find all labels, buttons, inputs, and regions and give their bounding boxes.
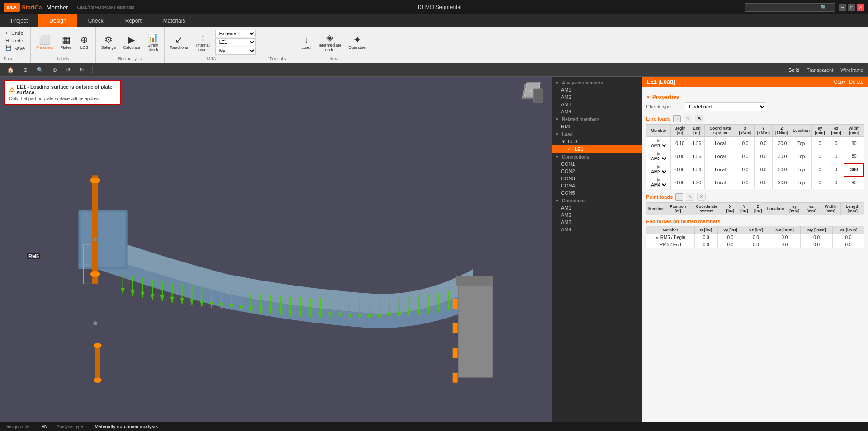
th-ef-mz: Mz [kNm]	[833, 226, 864, 234]
undo-button[interactable]: ↩ Undo	[4, 29, 27, 37]
zoom-fit-button[interactable]: ⊞	[20, 66, 30, 74]
new-row: ↓ Load ◈ Intermediatenode ✦ Operation	[298, 29, 369, 56]
search-input[interactable]	[748, 5, 821, 10]
line-load-row-3[interactable]: ▶ AM4 0.00 1.30 Local 0.0 0.0 -30.0 Top …	[646, 176, 864, 189]
app-name: StatiCa	[22, 4, 42, 11]
le1-select[interactable]: LE1	[215, 38, 256, 46]
rotate-left-button[interactable]: ↺	[63, 66, 73, 74]
analysis-type-value: Materially non-linear analysis	[95, 424, 158, 429]
extreme-select[interactable]: Extreme	[215, 30, 256, 37]
reactions-button[interactable]: ↙ Reactions	[167, 33, 191, 52]
solid-view-label[interactable]: Solid	[788, 67, 799, 73]
zoom-in-button[interactable]: 🔍	[34, 66, 46, 74]
th-coord: Coordinate system	[704, 125, 736, 137]
ll-member-select-0[interactable]: AM1	[649, 143, 668, 149]
ll-member-select-2[interactable]: AM3	[649, 169, 668, 175]
tree-analyzed-members[interactable]: ▼ Analyzed members	[552, 79, 642, 86]
3d-model	[0, 77, 552, 422]
internal-forces-button[interactable]: ↕ Internalforces	[193, 31, 212, 54]
tree-uls[interactable]: ▼ ULS	[552, 138, 642, 145]
end-force-row-1[interactable]: RM5 / End 0.0 0.0 0.0 0.0 0.0 0.0	[646, 241, 864, 248]
viewport[interactable]: ⚠ LE1 - Loading surface is outside of pl…	[0, 77, 552, 422]
line-loads-delete-button[interactable]: ✕	[695, 115, 703, 122]
delete-button[interactable]: Delete	[849, 79, 863, 84]
copy-button[interactable]: Copy	[834, 79, 846, 84]
tree-connections[interactable]: ▼ Connections	[552, 153, 642, 160]
tree-con4[interactable]: CON4	[552, 182, 642, 189]
ll-member-3: ▶ AM4	[646, 176, 671, 189]
tree-related-members[interactable]: ▼ Related members	[552, 115, 642, 123]
zoom-out-button[interactable]: ⊕	[50, 66, 60, 74]
th-ef-member: Member	[646, 226, 695, 234]
tree-ops-am4[interactable]: AM4	[552, 226, 642, 233]
wireframe-view-label[interactable]: Wireframe	[840, 67, 863, 73]
th-ey: ey [mm]	[812, 125, 828, 137]
tree-am3[interactable]: AM3	[552, 101, 642, 108]
settings-icon: ⚙	[104, 35, 113, 44]
line-loads-table: Member Begin [m] End [m] Coordinate syst…	[646, 124, 864, 189]
tab-materials[interactable]: Materials	[152, 14, 196, 27]
ll-member-select-3[interactable]: AM4	[649, 182, 668, 188]
load-button[interactable]: ↓ Load	[298, 33, 314, 52]
data-group: ↩ Undo ↪ Redo 💾 Save Data	[0, 27, 31, 63]
tree-con1[interactable]: CON1	[552, 160, 642, 168]
rotate-right-button[interactable]: ↻	[77, 66, 87, 74]
settings-button[interactable]: ⚙ Settings	[99, 33, 119, 52]
lcs-button[interactable]: ⊕ LCS	[76, 33, 93, 52]
operation-button[interactable]: ✦ Operation	[346, 33, 369, 52]
members-button[interactable]: ⬜ Members	[33, 33, 56, 52]
tab-design[interactable]: Design	[38, 14, 77, 27]
transparent-view-label[interactable]: Transparent	[807, 67, 833, 73]
line-loads-edit-button[interactable]: ✎	[684, 115, 692, 122]
tree-con2[interactable]: CON2	[552, 168, 642, 175]
point-loads-add-button[interactable]: +	[675, 193, 683, 201]
check-type-select[interactable]: Undefined	[685, 102, 766, 111]
tab-project[interactable]: Project	[0, 14, 38, 27]
tree-ops-am2[interactable]: AM2	[552, 211, 642, 219]
tree-panel: ▼ Analyzed members AM1 AM2 AM3 AM4 ▼ Rel…	[552, 77, 642, 422]
tree-load[interactable]: ▼ Load	[552, 130, 642, 138]
tree-con5[interactable]: CON5	[552, 189, 642, 197]
mna-group: ↙ Reactions ↕ Internalforces Extreme LE1…	[165, 27, 259, 63]
tree-rm5[interactable]: RM5	[552, 123, 642, 130]
tree-am4[interactable]: AM4	[552, 108, 642, 115]
tab-check[interactable]: Check	[77, 14, 114, 27]
close-button[interactable]: ✕	[857, 4, 864, 11]
minimize-button[interactable]: ─	[839, 4, 846, 11]
tree-con3[interactable]: CON3	[552, 175, 642, 182]
tab-report[interactable]: Report	[114, 14, 152, 27]
search-bar[interactable]: 🔍	[745, 3, 835, 12]
tree-le1[interactable]: ✓ LE1	[552, 145, 642, 153]
ll-member-select-1[interactable]: AM2	[649, 156, 668, 162]
th-pt-width: Width [mm]	[820, 203, 841, 215]
window-controls: ─ □ ✕	[839, 4, 864, 11]
line-load-row-2[interactable]: ▶ AM3 0.00 1.56 Local 0.0 0.0 -30.0 Top …	[646, 163, 864, 176]
svg-rect-7	[92, 175, 98, 274]
point-loads-delete-button[interactable]: ✕	[697, 193, 706, 201]
calculate-button[interactable]: ▶ Calculate	[120, 33, 143, 52]
tree-ops-am1[interactable]: AM1	[552, 204, 642, 211]
svg-rect-11	[95, 343, 100, 382]
line-load-row-1[interactable]: ▶ AM2 0.00 1.56 Local 0.0 0.0 -30.0 Top …	[646, 150, 864, 163]
th-pt-x: X [kN]	[723, 203, 737, 215]
strain-check-button[interactable]: 📊 Straincheck	[145, 31, 161, 54]
intermediate-node-button[interactable]: ◈ Intermediatenode	[316, 31, 344, 54]
end-force-row-0[interactable]: ▶ RM5 / Begin 0.0 0.0 0.0 0.0 0.0 0.0	[646, 234, 864, 241]
tree-am1[interactable]: AM1	[552, 86, 642, 94]
plates-button[interactable]: ▦ Plates	[58, 33, 75, 52]
my-select[interactable]: My	[215, 47, 256, 55]
home-view-button[interactable]: 🏠	[5, 66, 17, 74]
maximize-button[interactable]: □	[848, 4, 855, 11]
tree-ops-am3[interactable]: AM3	[552, 219, 642, 226]
line-load-row-0[interactable]: ▶ AM1 0.10 1.56 Local 0.0 0.0 -30.0 Top …	[646, 137, 864, 150]
th-pt-length: Length [mm]	[841, 203, 864, 215]
labels-group: ⬜ Members ▦ Plates ⊕ LCS Labels	[31, 27, 96, 63]
save-button[interactable]: 💾 Save	[4, 44, 27, 52]
tree-am2[interactable]: AM2	[552, 94, 642, 101]
tree-operations[interactable]: ▼ Operations	[552, 197, 642, 204]
th-pt-location: Location	[765, 203, 786, 215]
point-loads-edit-button[interactable]: ✎	[686, 193, 694, 201]
line-loads-add-button[interactable]: +	[673, 115, 680, 122]
redo-button[interactable]: ↪ Redo	[4, 37, 27, 44]
svg-rect-15	[456, 276, 493, 286]
